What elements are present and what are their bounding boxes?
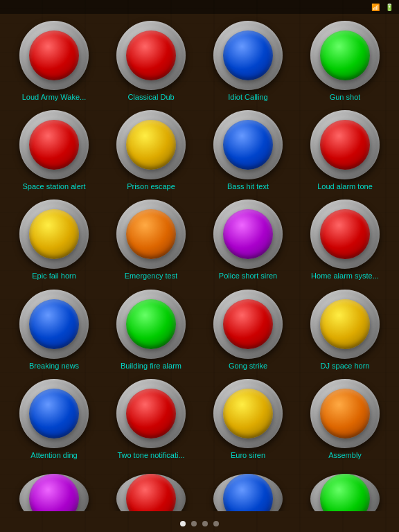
sound-button[interactable] bbox=[310, 21, 380, 90]
button-cell: Bass hit text bbox=[200, 106, 296, 195]
button-label: Emergency test bbox=[125, 272, 177, 281]
partial-button-cell bbox=[296, 470, 393, 511]
sound-button-partial[interactable] bbox=[19, 474, 89, 511]
sound-button[interactable] bbox=[116, 21, 186, 90]
button-label: Two tone notificati... bbox=[117, 451, 184, 460]
button-cell: Classical Dub bbox=[103, 17, 200, 106]
partial-button-cell bbox=[200, 470, 296, 511]
sound-buttons-grid: Loud Army Wake... Classical Dub Idiot Ca… bbox=[0, 14, 399, 467]
sound-button[interactable] bbox=[310, 110, 380, 179]
sound-button[interactable] bbox=[116, 110, 186, 179]
sound-button[interactable] bbox=[116, 200, 186, 269]
sound-button[interactable] bbox=[116, 379, 186, 448]
sound-button-partial[interactable] bbox=[116, 474, 186, 511]
button-label: Idiot Calling bbox=[228, 93, 267, 102]
sound-button[interactable] bbox=[116, 290, 186, 359]
button-label: Loud Army Wake... bbox=[22, 93, 87, 102]
sound-button[interactable] bbox=[213, 200, 283, 269]
button-label: Epic fail horn bbox=[32, 272, 76, 281]
button-label: Prison escape bbox=[127, 182, 175, 191]
button-label: Gun shot bbox=[330, 93, 361, 102]
page-dot[interactable] bbox=[202, 521, 208, 526]
button-label: Attention ding bbox=[30, 451, 77, 460]
sound-button[interactable] bbox=[19, 379, 89, 448]
button-label: Assembly bbox=[328, 451, 362, 460]
button-label: Breaking news bbox=[29, 362, 79, 371]
button-cell: Two tone notificati... bbox=[103, 375, 200, 464]
button-cell: Gong strike bbox=[200, 285, 296, 375]
battery-icon: 🔋 bbox=[385, 3, 393, 11]
partial-button-cell bbox=[103, 470, 200, 511]
sound-button[interactable] bbox=[213, 110, 283, 179]
button-cell: Prison escape bbox=[103, 106, 200, 195]
page-dot[interactable] bbox=[180, 521, 186, 526]
sound-button[interactable] bbox=[19, 110, 89, 179]
page-indicators bbox=[180, 521, 219, 526]
button-cell: Euro siren bbox=[200, 375, 296, 464]
button-label: Loud alarm tone bbox=[317, 182, 373, 191]
sound-button[interactable] bbox=[213, 21, 283, 90]
status-bar: 📶 🔋 bbox=[0, 0, 399, 14]
button-label: DJ space horn bbox=[321, 362, 370, 371]
button-cell: Gun shot bbox=[296, 17, 393, 106]
button-label: Gong strike bbox=[229, 362, 267, 371]
sound-button[interactable] bbox=[19, 200, 89, 269]
button-cell: Space station alert bbox=[6, 106, 103, 195]
button-cell: Assembly bbox=[296, 375, 393, 464]
button-cell: DJ space horn bbox=[296, 285, 393, 375]
button-label: Home alarm syste... bbox=[311, 272, 379, 281]
button-cell: Loud Army Wake... bbox=[6, 17, 103, 106]
button-label: Euro siren bbox=[231, 451, 265, 460]
sound-button[interactable] bbox=[213, 379, 283, 448]
sound-button[interactable] bbox=[310, 290, 380, 359]
button-cell: Breaking news bbox=[6, 285, 103, 375]
button-cell: Building fire alarm bbox=[103, 285, 200, 375]
button-cell: Loud alarm tone bbox=[296, 106, 393, 195]
button-label: Building fire alarm bbox=[121, 362, 181, 371]
button-cell: Attention ding bbox=[6, 375, 103, 464]
button-cell: Police short siren bbox=[200, 195, 296, 285]
button-cell: Idiot Calling bbox=[200, 17, 296, 106]
wifi-icon: 📶 bbox=[371, 3, 380, 11]
partial-button-cell bbox=[6, 470, 103, 511]
button-cell: Epic fail horn bbox=[6, 195, 103, 285]
sound-button[interactable] bbox=[310, 200, 380, 269]
button-label: Police short siren bbox=[219, 272, 277, 281]
button-label: Space station alert bbox=[22, 182, 85, 191]
partial-row bbox=[0, 467, 399, 511]
page-dot[interactable] bbox=[191, 521, 197, 526]
button-label: Bass hit text bbox=[227, 182, 269, 191]
button-label: Classical Dub bbox=[127, 93, 174, 102]
sound-button[interactable] bbox=[213, 290, 283, 359]
button-cell: Emergency test bbox=[103, 195, 200, 285]
sound-button[interactable] bbox=[19, 290, 89, 359]
page-dot[interactable] bbox=[213, 521, 219, 526]
sound-button-partial[interactable] bbox=[310, 474, 380, 511]
sound-button-partial[interactable] bbox=[213, 474, 283, 511]
sound-button[interactable] bbox=[19, 21, 89, 90]
sound-button[interactable] bbox=[310, 379, 380, 448]
button-cell: Home alarm syste... bbox=[296, 195, 393, 285]
